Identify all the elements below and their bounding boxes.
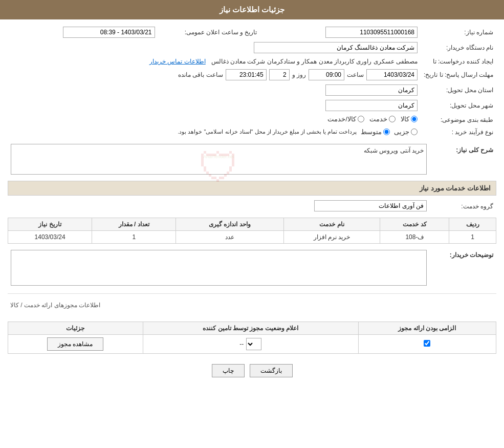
remaining-label: ساعت باقی مانده bbox=[178, 71, 223, 78]
status-value: -- bbox=[239, 340, 244, 348]
buyer-org-label: نام دستگاه خریدار: bbox=[421, 40, 496, 55]
category-khedmat[interactable]: خدمت bbox=[369, 115, 396, 123]
purchase-motevaset-label: متوسط bbox=[361, 128, 382, 136]
description-box: 🛡 خرید آنتی ویروس شبکه AnaITender.net bbox=[11, 144, 427, 175]
deadline-date-input[interactable] bbox=[366, 69, 418, 80]
service-group-input[interactable] bbox=[314, 200, 427, 211]
col-required: الزامی بودن ارائه مجوز bbox=[358, 322, 496, 335]
purchase-jezii[interactable]: جزیی bbox=[394, 128, 418, 136]
city-input[interactable] bbox=[325, 100, 418, 111]
category-khedmat-radio[interactable] bbox=[389, 116, 396, 122]
watermark-shield: 🛡 bbox=[199, 144, 239, 191]
cell-row-num: 1 bbox=[449, 231, 496, 244]
purchase-jezii-radio[interactable] bbox=[411, 129, 418, 135]
cell-status: ∨ -- bbox=[143, 335, 358, 354]
category-kala-radio[interactable] bbox=[411, 116, 418, 122]
back-button[interactable]: بازگشت bbox=[250, 364, 293, 377]
description-section: شرح کلی نیاز: 🛡 خرید آنتی ویروس شبکه Ana… bbox=[8, 142, 496, 177]
province-label: استان محل تحویل: bbox=[421, 82, 496, 98]
category-kala-khedmat[interactable]: کالا/خدمت bbox=[327, 115, 364, 123]
watermark-text: AnaITender.net bbox=[14, 154, 424, 159]
city-label: شهر محل تحویل: bbox=[421, 98, 496, 113]
cell-need-date: 1403/03/24 bbox=[8, 231, 92, 244]
deadline-row: ساعت روز و ساعت باقی مانده bbox=[8, 67, 421, 82]
permissions-section: اطلاعات مجوزهای ارائه خدمت / کالا الزامی… bbox=[8, 299, 496, 354]
cell-service-code: ف-108 bbox=[380, 231, 449, 244]
service-group-table: گروه خدمت: bbox=[8, 198, 496, 214]
province-value bbox=[8, 82, 421, 98]
col-service-code: کد خدمت bbox=[380, 218, 449, 231]
col-need-date: تاریخ نیاز bbox=[8, 218, 92, 231]
need-number-value bbox=[271, 25, 421, 40]
footer-buttons: بازگشت چاپ bbox=[8, 356, 496, 385]
cell-details: مشاهده مجوز bbox=[8, 335, 143, 354]
requester-label: ایجاد کننده درخواست: تا bbox=[421, 55, 496, 67]
buyer-org-value bbox=[8, 40, 421, 55]
city-value bbox=[8, 98, 421, 113]
category-label: طبقه بندی موضوعی: bbox=[421, 113, 496, 126]
separator bbox=[8, 293, 496, 294]
buyer-notes-section: توضیحات خریدار: bbox=[8, 248, 496, 289]
requester-row: مصطفی عسکری راوری کاربرداز معدن همکار و … bbox=[8, 55, 421, 67]
days-label: روز و bbox=[292, 71, 306, 78]
purchase-type-note: پرداخت تمام یا بخشی از مبلغ خریدار از مح… bbox=[178, 129, 357, 135]
services-data-table: ردیف کد خدمت نام خدمت واحد اندازه گیری ت… bbox=[8, 218, 496, 244]
permissions-title: اطلاعات مجوزهای ارائه خدمت / کالا bbox=[8, 299, 496, 311]
category-kala-khedmat-radio[interactable] bbox=[358, 116, 364, 122]
purchase-motevaset-radio[interactable] bbox=[383, 129, 390, 135]
buyer-org-input[interactable] bbox=[254, 42, 418, 53]
buyer-notes-textarea[interactable] bbox=[11, 250, 427, 286]
category-kala[interactable]: کالا bbox=[401, 115, 418, 123]
page-header: جزئیات اطلاعات نیاز bbox=[0, 0, 504, 19]
print-button[interactable]: چاپ bbox=[212, 364, 245, 377]
time-label: ساعت bbox=[347, 71, 364, 78]
announce-date-input[interactable] bbox=[63, 27, 155, 38]
province-input[interactable] bbox=[325, 84, 418, 96]
requester-value: مصطفی عسکری راوری کاربرداز معدن همکار و … bbox=[211, 58, 418, 65]
view-permit-button[interactable]: مشاهده مجوز bbox=[47, 337, 103, 351]
col-unit: واحد اندازه گیری bbox=[176, 218, 283, 231]
category-kala-label: کالا bbox=[401, 115, 409, 123]
category-kala-khedmat-label: کالا/خدمت bbox=[327, 115, 356, 123]
table-row: 1 ف-108 خرید نرم افزار عدد 1 1403/03/24 bbox=[8, 231, 496, 244]
required-checkbox[interactable] bbox=[424, 340, 430, 347]
cell-service-name: خرید نرم افزار bbox=[283, 231, 380, 244]
announce-date-label: تاریخ و ساعت اعلان عمومی: bbox=[158, 25, 260, 40]
category-radio-group: کالا خدمت کالا/خدمت bbox=[8, 113, 421, 126]
service-group-label: گروه خدمت: bbox=[461, 203, 493, 210]
need-number-label: شماره نیاز: bbox=[421, 25, 496, 40]
deadline-time-input[interactable] bbox=[309, 69, 344, 80]
col-status-announce: اعلام وضعیت مجوز توسط تامین کننده bbox=[143, 322, 358, 335]
announce-date-value bbox=[8, 25, 158, 40]
permission-row: ∨ -- مشاهده مجوز bbox=[8, 335, 496, 354]
status-select[interactable]: ∨ bbox=[246, 338, 261, 350]
col-row-num: ردیف bbox=[449, 218, 496, 231]
col-quantity: تعداد / مقدار bbox=[92, 218, 176, 231]
col-service-name: نام خدمت bbox=[283, 218, 380, 231]
category-khedmat-label: خدمت bbox=[369, 115, 387, 123]
description-text: خرید آنتی ویروس شبکه bbox=[364, 147, 424, 154]
permissions-table: الزامی بودن ارائه مجوز اعلام وضعیت مجوز … bbox=[8, 322, 496, 354]
cell-unit: عدد bbox=[176, 231, 283, 244]
purchase-motevaset[interactable]: متوسط bbox=[361, 128, 390, 136]
col-details: جزئیات bbox=[8, 322, 143, 335]
page-title: جزئیات اطلاعات نیاز bbox=[220, 5, 284, 14]
description-label: شرح کلی نیاز: bbox=[456, 146, 493, 154]
purchase-type-label: نوع فرآیند خرید : bbox=[421, 126, 496, 138]
cell-required bbox=[358, 335, 496, 354]
deadline-days-input[interactable] bbox=[269, 69, 290, 80]
deadline-label: مهلت ارسال پاسخ: تا تاریخ: bbox=[421, 67, 496, 82]
deadline-remaining-input[interactable] bbox=[226, 69, 267, 80]
purchase-type-row: جزیی متوسط پرداخت تمام یا بخشی از مبلغ خ… bbox=[8, 126, 421, 138]
requester-link[interactable]: اطلاعات تماس خریدار bbox=[149, 58, 206, 65]
main-info-table: شماره نیاز: تاریخ و ساعت اعلان عمومی: نا… bbox=[8, 25, 496, 138]
purchase-jezii-label: جزیی bbox=[394, 128, 409, 136]
need-number-input[interactable] bbox=[325, 27, 418, 38]
services-section-header: اطلاعات خدمات مورد نیاز bbox=[8, 181, 496, 196]
buyer-notes-label: توضیحات خریدار: bbox=[450, 251, 493, 259]
cell-quantity: 1 bbox=[92, 231, 176, 244]
